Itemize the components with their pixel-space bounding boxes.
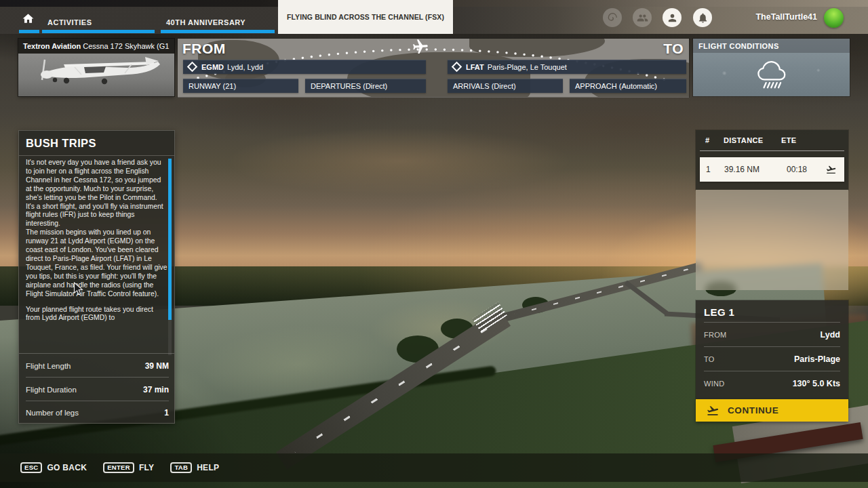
airport-diamond-icon: [187, 62, 198, 73]
aircraft-maker: Textron Aviation: [23, 42, 81, 50]
go-back-label: GO BACK: [47, 463, 87, 472]
mouse-cursor: [73, 282, 84, 297]
approach-button[interactable]: APPROACH (Automatic): [570, 79, 686, 93]
fly-label: FLY: [139, 463, 154, 472]
description-paragraph: Your planned flight route takes you dire…: [26, 306, 167, 323]
aircraft-model: Cessna 172 Skyhawk (G1: [83, 42, 169, 50]
enter-key: ENTER: [103, 462, 134, 473]
legs-table-header: # DISTANCE ETE: [696, 136, 848, 146]
col-num: #: [705, 136, 710, 144]
continue-label: CONTINUE: [728, 405, 778, 415]
tab-40th-anniversary[interactable]: 40TH ANNIVERSARY: [166, 18, 245, 26]
leg-num: 1: [706, 165, 711, 174]
divider: [704, 322, 840, 323]
stat-label: Flight Length: [26, 362, 71, 370]
leg-to-label: TO: [704, 355, 715, 363]
leg-from-label: FROM: [704, 331, 727, 339]
spiral-icon[interactable]: [603, 8, 622, 27]
anniversary-tab-underline: [161, 30, 275, 33]
home-tab-underline: [19, 30, 39, 33]
help-label: HELP: [197, 463, 219, 472]
footer-bar: ESC GO BACK ENTER FLY TAB HELP: [0, 453, 868, 482]
username[interactable]: TheTallTurtle41: [755, 12, 817, 22]
profile-icon[interactable]: [663, 8, 682, 27]
stat-value: 1: [164, 408, 169, 418]
description-paragraph: It's not every day you have a friend ask…: [26, 159, 167, 228]
tab-flying-blind-active[interactable]: FLYING BLIND ACROSS THE CHANNEL (FSX): [278, 0, 453, 34]
flight-conditions-panel[interactable]: FLIGHT CONDITIONS: [693, 39, 850, 96]
footer-help[interactable]: TAB HELP: [170, 462, 219, 473]
to-airport-name: Paris-Plage, Le Touquet: [488, 63, 567, 71]
stat-label: Flight Duration: [26, 386, 77, 394]
divider: [26, 377, 169, 378]
continue-button[interactable]: CONTINUE: [696, 399, 848, 422]
col-ete: ETE: [781, 136, 797, 144]
tab-activities[interactable]: ACTIVITIES: [47, 18, 92, 26]
leg-ete: 00:18: [787, 165, 807, 174]
activities-tab-underline: [42, 30, 155, 33]
flight-takeoff-icon: [705, 404, 720, 417]
from-airport-code: EGMD: [201, 63, 224, 71]
stat-label: Number of legs: [26, 409, 79, 417]
leg-wind-row: WIND 130° 5.0 Kts: [704, 372, 840, 394]
leg-wind-value: 130° 5.0 Kts: [793, 379, 840, 388]
divider: [19, 353, 174, 354]
leg-from-row: FROM Lydd: [704, 323, 840, 346]
runway-button[interactable]: RUNWAY (21): [183, 79, 298, 93]
from-label: FROM: [182, 41, 226, 57]
route-strip: FROM TO EGMD Lydd, Lydd LFAT Paris-Plage…: [178, 39, 689, 97]
msfs-bush-trip-screen: ACTIVITIES 40TH ANNIVERSARY FLYING BLIND…: [0, 0, 868, 488]
leg-details-panel: LEG 1 FROM Lydd TO Paris-Plage WIND 130°…: [696, 300, 848, 400]
cessna-illustration: [24, 56, 168, 95]
to-label: TO: [663, 41, 684, 57]
departures-button[interactable]: DEPARTURES (Direct): [305, 79, 426, 93]
home-icon[interactable]: [22, 12, 35, 25]
flight-conditions-title: FLIGHT CONDITIONS: [693, 39, 850, 53]
bush-trips-panel: BUSH TRIPS It's not every day you have a…: [18, 130, 175, 424]
stat-number-of-legs: Number of legs 1: [26, 401, 169, 424]
to-airport-code: LFAT: [466, 63, 484, 71]
stat-flight-length: Flight Length 39 NM: [26, 354, 169, 378]
legs-list-empty-area: [696, 190, 848, 290]
divider: [700, 150, 844, 151]
friends-icon[interactable]: [633, 8, 652, 27]
esc-key: ESC: [20, 462, 42, 473]
description-paragraph: The mission begins with you lined up on …: [26, 228, 167, 298]
leg-from-value: Lydd: [821, 330, 840, 340]
divider: [704, 346, 840, 347]
airport-diamond-icon: [452, 62, 462, 73]
stat-flight-duration: Flight Duration 37 min: [26, 378, 169, 401]
divider: [704, 371, 840, 371]
description-scrollbar-track[interactable]: [168, 159, 172, 355]
to-airport-field[interactable]: LFAT Paris-Plage, Le Touquet: [448, 60, 686, 74]
col-distance: DISTANCE: [724, 136, 764, 144]
mission-description[interactable]: It's not every day you have a friend ask…: [26, 159, 167, 355]
rain-cloud-icon: [753, 57, 791, 91]
footer-go-back[interactable]: ESC GO BACK: [20, 462, 87, 473]
leg-title: LEG 1: [704, 306, 734, 318]
stat-value: 39 NM: [145, 361, 169, 371]
footer-fly[interactable]: ENTER FLY: [103, 462, 154, 473]
tab-key: TAB: [170, 462, 192, 473]
notifications-icon[interactable]: [693, 8, 712, 27]
legs-table-panel: # DISTANCE ETE 1 39.16 NM 00:18: [696, 130, 848, 190]
arrivals-button[interactable]: ARRIVALS (Direct): [448, 79, 563, 93]
aircraft-title: Textron Aviation Cessna 172 Skyhawk (G1: [18, 39, 174, 54]
description-scrollbar-thumb[interactable]: [168, 159, 172, 320]
leg-to-value: Paris-Plage: [794, 354, 840, 364]
from-airport-name: Lydd, Lydd: [227, 63, 263, 71]
leg-wind-label: WIND: [704, 380, 725, 388]
leg-row-1[interactable]: 1 39.16 NM 00:18: [700, 157, 844, 182]
avatar[interactable]: [824, 8, 844, 28]
flight-takeoff-icon: [825, 164, 837, 175]
route-plane-icon: [411, 39, 430, 56]
from-airport-field[interactable]: EGMD Lydd, Lydd: [183, 60, 426, 74]
bush-trips-title: BUSH TRIPS: [19, 131, 174, 156]
aircraft-panel[interactable]: Textron Aviation Cessna 172 Skyhawk (G1: [18, 39, 174, 96]
stat-value: 37 min: [143, 385, 169, 394]
leg-distance: 39.16 NM: [724, 165, 760, 174]
aircraft-thumbnail: [18, 54, 174, 96]
leg-to-row: TO Paris-Plage: [704, 348, 840, 370]
